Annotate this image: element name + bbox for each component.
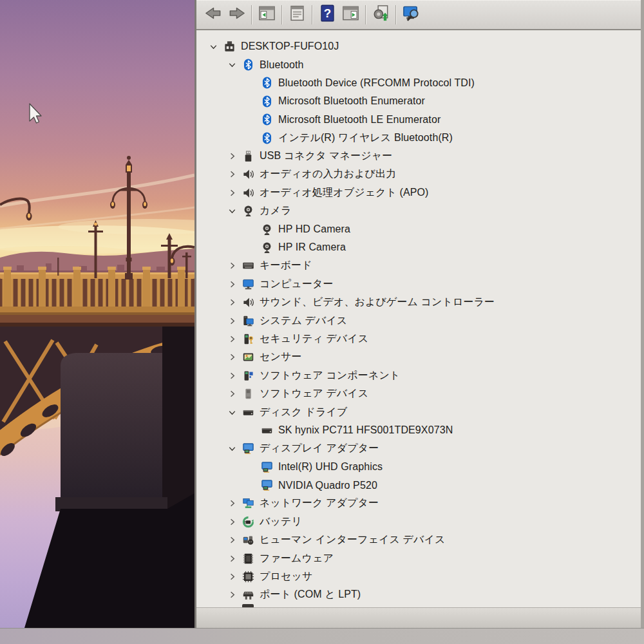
bluetooth-icon bbox=[260, 95, 273, 108]
show-console-tree-button[interactable] bbox=[255, 3, 278, 26]
tree-item[interactable]: USB コネクタ マネージャー bbox=[196, 147, 641, 165]
tree-item-label: コンピューター bbox=[260, 278, 334, 291]
tree-item[interactable]: Bluetooth bbox=[196, 55, 641, 73]
chevron-right-icon[interactable] bbox=[223, 278, 242, 290]
back-button[interactable] bbox=[202, 3, 225, 26]
display-icon bbox=[260, 461, 273, 473]
tree-item[interactable]: カメラ bbox=[196, 202, 641, 220]
properties-button[interactable] bbox=[285, 3, 308, 26]
forward-button[interactable] bbox=[225, 3, 248, 26]
tree-item[interactable]: システム デバイス bbox=[196, 312, 641, 330]
chevron-right-icon[interactable] bbox=[223, 497, 242, 509]
processor-icon bbox=[242, 571, 254, 583]
chevron-spacer bbox=[242, 479, 260, 491]
chevron-down-icon[interactable] bbox=[223, 442, 242, 455]
chevron-right-icon[interactable] bbox=[223, 534, 242, 546]
chevron-down-icon[interactable] bbox=[204, 41, 223, 53]
tree-item[interactable]: サウンド、ビデオ、およびゲーム コントローラー bbox=[196, 293, 641, 311]
chevron-right-icon[interactable] bbox=[223, 351, 242, 363]
chevron-spacer bbox=[242, 95, 260, 108]
chevron-right-icon[interactable] bbox=[223, 571, 242, 583]
chevron-spacer bbox=[242, 77, 260, 89]
show-action-pane-button[interactable] bbox=[339, 3, 362, 26]
properties-dialog-icon bbox=[288, 4, 307, 25]
tree-item[interactable]: コンピューター bbox=[196, 275, 641, 293]
tree-item[interactable]: NVIDIA Quadro P520 bbox=[196, 476, 641, 494]
tree-item-label: ポート (COM と LPT) bbox=[260, 588, 361, 601]
chevron-spacer bbox=[242, 113, 260, 126]
tree-item[interactable]: HP HD Camera bbox=[196, 220, 641, 238]
tree-item-label: プロセッサ bbox=[260, 570, 312, 583]
tree-item-label: ヒューマン インターフェイス デバイス bbox=[260, 533, 445, 547]
tree-item[interactable]: ポート (COM と LPT) bbox=[196, 586, 641, 604]
tree-item[interactable]: Intel(R) UHD Graphics bbox=[196, 458, 641, 476]
keyboard-icon bbox=[242, 260, 254, 272]
tree-item-label: サウンド、ビデオ、およびゲーム コントローラー bbox=[260, 296, 495, 309]
tree-item-label: Microsoft Bluetooth Enumerator bbox=[278, 95, 425, 107]
desktop-wallpaper bbox=[0, 0, 194, 628]
tree-item[interactable]: ファームウェア bbox=[196, 549, 641, 567]
camera-icon bbox=[260, 242, 273, 254]
tree-item-label: オーディオの入力および出力 bbox=[260, 167, 396, 181]
tree-item[interactable]: ディスク ドライブ bbox=[196, 403, 641, 421]
monitor-icon bbox=[242, 278, 254, 290]
chevron-down-icon[interactable] bbox=[223, 406, 242, 419]
chevron-right-icon[interactable] bbox=[223, 333, 242, 345]
chevron-spacer bbox=[242, 424, 260, 437]
help-button[interactable]: ? bbox=[316, 3, 339, 26]
laptop-bezel bbox=[0, 628, 644, 644]
chevron-right-icon[interactable] bbox=[223, 553, 242, 565]
software-component-icon bbox=[242, 370, 254, 382]
network-icon bbox=[242, 497, 254, 509]
tree-item[interactable]: DESKTOP-FUFO10J bbox=[196, 37, 641, 55]
update-driver-button[interactable] bbox=[369, 3, 392, 26]
tree-item[interactable]: ディスプレイ アダプター bbox=[196, 440, 641, 458]
tree-item-label: HP HD Camera bbox=[278, 223, 350, 235]
scan-hardware-changes-button[interactable] bbox=[399, 3, 422, 26]
tree-item[interactable]: センサー bbox=[196, 348, 641, 366]
chevron-right-icon[interactable] bbox=[223, 315, 242, 327]
tree-item[interactable]: バッテリ bbox=[196, 513, 641, 531]
tree-item[interactable]: Microsoft Bluetooth Enumerator bbox=[196, 92, 641, 110]
scan-hardware-monitor-icon bbox=[402, 4, 421, 25]
chevron-right-icon[interactable] bbox=[223, 187, 242, 199]
forward-arrow-icon bbox=[227, 4, 246, 25]
chevron-right-icon[interactable] bbox=[223, 260, 242, 272]
audio-icon bbox=[242, 168, 254, 180]
tree-item[interactable]: Microsoft Bluetooth LE Enumerator bbox=[196, 111, 641, 129]
hid-icon bbox=[242, 534, 254, 546]
tree-item[interactable]: プロセッサ bbox=[196, 567, 641, 585]
tree-item[interactable]: インテル(R) ワイヤレス Bluetooth(R) bbox=[196, 129, 641, 147]
chevron-right-icon[interactable] bbox=[223, 516, 242, 528]
tree-item[interactable]: オーディオ処理オブジェクト (APO) bbox=[196, 184, 641, 202]
firmware-icon bbox=[242, 553, 254, 565]
chevron-right-icon[interactable] bbox=[223, 388, 242, 400]
bridge-pier bbox=[61, 353, 162, 509]
tree-item[interactable]: ネットワーク アダプター bbox=[196, 495, 641, 513]
chevron-right-icon[interactable] bbox=[223, 370, 242, 382]
tree-item-label: NVIDIA Quadro P520 bbox=[278, 480, 377, 491]
tree-item[interactable]: HP IR Camera bbox=[196, 238, 641, 256]
toolbar-separator bbox=[251, 5, 252, 24]
tree-item[interactable]: ソフトウェア デバイス bbox=[196, 384, 641, 402]
tree-item[interactable]: SK hynix PC711 HFS001TDE9X073N bbox=[196, 421, 641, 439]
tree-item-label: セキュリティ デバイス bbox=[260, 332, 368, 346]
chevron-right-icon[interactable] bbox=[223, 168, 242, 180]
tree-item[interactable]: ソフトウェア コンポーネント bbox=[196, 366, 641, 384]
tree-item[interactable]: Bluetooth Device (RFCOMM Protocol TDI) bbox=[196, 74, 641, 92]
chevron-down-icon[interactable] bbox=[223, 59, 242, 71]
tree-item[interactable]: オーディオの入力および出力 bbox=[196, 166, 641, 184]
chevron-right-icon[interactable] bbox=[223, 150, 242, 162]
chevron-right-icon[interactable] bbox=[223, 296, 242, 308]
device-manager-window: ? DESKTOP-FUFO10JBluetoothBluetooth Devi… bbox=[194, 0, 644, 628]
tree-item[interactable]: キーボード bbox=[196, 257, 641, 275]
back-arrow-icon bbox=[204, 4, 223, 25]
tree-item[interactable]: ヒューマン インターフェイス デバイス bbox=[196, 531, 641, 549]
tree-item-label: HP IR Camera bbox=[278, 242, 346, 253]
chevron-right-icon[interactable] bbox=[223, 589, 242, 601]
bridge-railing bbox=[0, 267, 194, 327]
device-tree: DESKTOP-FUFO10JBluetoothBluetooth Device… bbox=[196, 32, 641, 607]
chevron-down-icon[interactable] bbox=[223, 205, 242, 217]
window-bottom-frame bbox=[196, 607, 641, 628]
tree-item[interactable]: セキュリティ デバイス bbox=[196, 330, 641, 348]
